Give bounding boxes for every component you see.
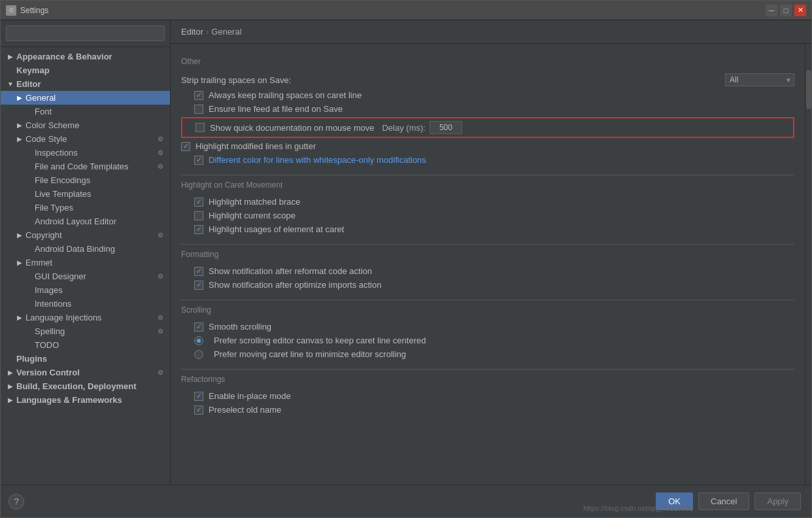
help-button[interactable]: ?: [8, 494, 24, 509]
prefer-move-radio[interactable]: [194, 350, 203, 359]
sidebar-item-label: TODO: [35, 340, 165, 350]
sidebar-item-general[interactable]: ▶ General: [1, 91, 170, 105]
ensure-linefeed-checkbox[interactable]: [194, 105, 203, 114]
arrow-icon: ▶: [6, 396, 15, 405]
arrow-icon: ▶: [6, 368, 15, 377]
different-color-checkbox[interactable]: ✓: [194, 156, 203, 165]
scrollbar[interactable]: [805, 44, 811, 485]
sidebar-item-android-data-binding[interactable]: ▶ Android Data Binding: [1, 242, 170, 256]
highlight-brace-label: Highlight matched brace: [209, 197, 300, 207]
sidebar-item-label: File Types: [35, 203, 165, 213]
sidebar-item-gui-designer[interactable]: ▶ GUI Designer ⚙: [1, 269, 170, 283]
sidebar-item-language-injections[interactable]: ▶ Language Injections ⚙: [1, 311, 170, 324]
smooth-scroll-checkbox[interactable]: ✓: [194, 322, 203, 332]
enable-inplace-checkbox[interactable]: ✓: [194, 392, 203, 401]
search-input[interactable]: [6, 26, 165, 41]
sidebar-item-file-code-templates[interactable]: ▶ File and Code Templates ⚙: [1, 160, 170, 173]
sidebar-item-code-style[interactable]: ▶ Code Style ⚙: [1, 132, 170, 146]
setting-highlight-scope: Highlight current scope: [181, 209, 794, 222]
settings-icon: ⚙: [156, 135, 165, 144]
sidebar-item-images[interactable]: ▶ Images: [1, 283, 170, 297]
section-refactorings-title: Refactorings: [181, 375, 794, 384]
settings-icon: ⚙: [156, 327, 165, 336]
settings-icon: ⚙: [156, 148, 165, 158]
setting-prefer-scroll-canvas: Prefer scrolling editor canvas to keep c…: [181, 334, 794, 347]
highlight-scope-label: Highlight current scope: [209, 211, 296, 220]
main-content: 🔍 ▶ Appearance & Behavior ▶ Keymap ▼: [1, 20, 811, 485]
divider-1: [181, 175, 794, 175]
sidebar-item-label: Images: [35, 285, 165, 295]
sidebar-item-file-encodings[interactable]: ▶ File Encodings: [1, 173, 170, 187]
sidebar-item-android-layout[interactable]: ▶ Android Layout Editor: [1, 215, 170, 228]
highlight-usages-checkbox[interactable]: ✓: [194, 225, 203, 234]
sidebar-item-label: Android Data Binding: [35, 244, 165, 254]
strip-spaces-select-wrapper: All Modified Lines None ▼: [725, 73, 794, 86]
highlight-brace-checkbox[interactable]: ✓: [194, 198, 203, 207]
apply-button[interactable]: Apply: [754, 492, 801, 510]
show-optimize-label: Show notification after optimize imports…: [209, 280, 381, 290]
sidebar-item-label: File Encodings: [35, 175, 165, 185]
setting-ensure-linefeed: Ensure line feed at file end on Save: [181, 102, 794, 116]
sidebar-item-spelling[interactable]: ▶ Spelling ⚙: [1, 324, 170, 338]
cancel-button[interactable]: Cancel: [698, 492, 749, 510]
sidebar-item-font[interactable]: ▶ Font: [1, 105, 170, 118]
breadcrumb: Editor › General: [171, 20, 811, 44]
sidebar-item-keymap[interactable]: ▶ Keymap: [1, 63, 170, 77]
highlight-usages-label: Highlight usages of element at caret: [209, 224, 344, 234]
sidebar-item-build[interactable]: ▶ Build, Execution, Deployment: [1, 379, 170, 393]
sidebar-item-plugins[interactable]: ▶ Plugins: [1, 352, 170, 366]
sidebar-item-appearance[interactable]: ▶ Appearance & Behavior: [1, 50, 170, 63]
delay-label: Delay (ms):: [382, 123, 425, 133]
sidebar-item-emmet[interactable]: ▶ Emmet: [1, 256, 170, 269]
sidebar-item-label: Build, Execution, Deployment: [16, 381, 165, 391]
sidebar-item-live-templates[interactable]: ▶ Live Templates: [1, 187, 170, 201]
breadcrumb-separator: ›: [206, 27, 209, 37]
keep-trailing-checkbox[interactable]: ✓: [194, 91, 203, 100]
enable-inplace-label: Enable in-place mode: [209, 391, 291, 401]
setting-strip-spaces: Strip trailing spaces on Save: All Modif…: [181, 71, 794, 88]
sidebar-item-todo[interactable]: ▶ TODO: [1, 338, 170, 352]
highlight-modified-checkbox[interactable]: ✓: [181, 142, 190, 151]
sidebar-item-label: Languages & Frameworks: [16, 395, 165, 405]
delay-input[interactable]: [430, 121, 462, 134]
setting-show-optimize: ✓ Show notification after optimize impor…: [181, 278, 794, 292]
sidebar-item-editor[interactable]: ▼ Editor: [1, 77, 170, 91]
quick-doc-label: Show quick documentation on mouse move: [210, 123, 374, 133]
sidebar-item-label: Android Layout Editor: [35, 216, 165, 226]
sidebar-item-inspections[interactable]: ▶ Inspections ⚙: [1, 146, 170, 160]
sidebar-item-label: Spelling: [35, 326, 154, 336]
setting-highlight-modified: ✓ Highlight modified lines in gutter: [181, 139, 794, 153]
sidebar-item-file-types[interactable]: ▶ File Types: [1, 201, 170, 215]
sidebar-item-color-scheme[interactable]: ▶ Color Scheme: [1, 118, 170, 132]
sidebar-item-label: Appearance & Behavior: [16, 52, 165, 61]
setting-smooth-scroll: ✓ Smooth scrolling: [181, 320, 794, 334]
sidebar-item-intentions[interactable]: ▶ Intentions: [1, 297, 170, 311]
setting-different-color: ✓ Different color for lines with whitesp…: [181, 153, 794, 167]
scrollbar-thumb[interactable]: [806, 70, 811, 109]
setting-highlight-brace: ✓ Highlight matched brace: [181, 195, 794, 209]
highlight-scope-checkbox[interactable]: [194, 211, 203, 220]
settings-area: Other Strip trailing spaces on Save: All…: [171, 44, 805, 485]
arrow-icon: ▶: [15, 313, 24, 322]
show-optimize-checkbox[interactable]: ✓: [194, 281, 203, 290]
app-icon: ⚙: [6, 5, 16, 16]
preselect-old-checkbox[interactable]: ✓: [194, 406, 203, 415]
show-reformat-checkbox[interactable]: ✓: [194, 267, 203, 276]
setting-preselect-old: ✓ Preselect old name: [181, 403, 794, 417]
sidebar-item-copyright[interactable]: ▶ Copyright ⚙: [1, 228, 170, 242]
sidebar-item-version-control[interactable]: ▶ Version Control ⚙: [1, 366, 170, 379]
sidebar-item-label: Intentions: [35, 299, 165, 309]
sidebar-item-label: Keymap: [16, 65, 165, 75]
sidebar-item-label: Code Style: [25, 134, 154, 144]
maximize-button[interactable]: □: [780, 5, 792, 16]
strip-spaces-select[interactable]: All Modified Lines None: [725, 73, 794, 86]
quick-doc-checkbox[interactable]: [195, 123, 205, 132]
prefer-scroll-radio[interactable]: [194, 336, 203, 345]
breadcrumb-parent: Editor: [181, 27, 203, 37]
settings-icon: ⚙: [156, 231, 165, 240]
highlight-modified-label: Highlight modified lines in gutter: [195, 141, 316, 151]
arrow-icon: ▶: [6, 382, 15, 391]
minimize-button[interactable]: ─: [766, 5, 777, 16]
sidebar-item-languages[interactable]: ▶ Languages & Frameworks: [1, 393, 170, 407]
close-button[interactable]: ✕: [794, 5, 806, 16]
